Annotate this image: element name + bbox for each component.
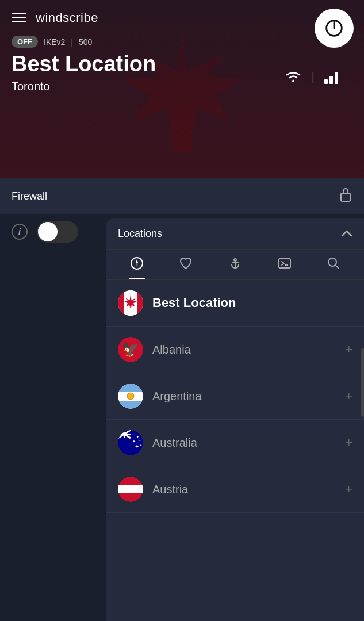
flag-australia: ✦ ✦ ✦ ✦ ✦ [118,430,143,455]
signal-bars-icon [324,70,341,84]
svg-point-4 [292,80,294,82]
firewall-label: Firewall [12,190,47,202]
signal-indicators: | [273,68,352,86]
tab-datacenter[interactable] [278,256,292,279]
terminal-icon [278,256,292,274]
toggle-knob [38,222,58,241]
svg-text:✦: ✦ [140,443,142,447]
location-australia-label: Australia [152,436,345,450]
list-item[interactable]: Argentina + [106,373,364,420]
location-argentina-label: Argentina [152,390,345,403]
top-bar: windscribe [0,0,364,31]
svg-text:✦: ✦ [136,435,139,439]
power-icon [323,17,345,39]
divider: | [71,37,73,47]
tab-favorites[interactable] [179,256,193,279]
location-tabs [106,250,364,280]
power-button[interactable] [315,9,354,48]
scrollbar-thumb[interactable] [361,348,364,417]
lock-icon [339,186,352,206]
data-allowance: 500 [79,37,92,47]
header-section: windscribe OFF IKEv2 | 500 Best Location… [0,0,364,178]
svg-rect-6 [329,76,333,84]
compass-icon [130,256,144,274]
locations-header: Locations [106,218,364,250]
svg-rect-42 [118,485,143,493]
location-austria-label: Austria [152,483,345,496]
anchor-icon [228,256,242,274]
expand-albania-button[interactable]: + [345,342,352,357]
location-albania-label: Albania [152,343,345,356]
info-icon[interactable]: i [12,224,28,240]
list-item[interactable]: Austria + [106,466,364,513]
tab-all[interactable] [130,256,144,279]
flag-austria [118,477,143,502]
svg-rect-22 [137,290,143,316]
expand-argentina-button[interactable]: + [345,389,352,404]
heart-icon [179,256,193,274]
svg-rect-27 [118,384,143,392]
list-item[interactable]: 🦅 Albania + [106,327,364,373]
svg-rect-5 [324,79,328,84]
hamburger-menu[interactable] [12,13,26,22]
flag-argentina [118,384,143,409]
svg-marker-12 [136,263,138,267]
search-icon [327,256,340,274]
location-list: Best Location 🦅 Albania + [106,280,364,619]
svg-point-29 [127,393,134,400]
flag-canada [118,290,143,316]
svg-point-13 [234,259,236,261]
svg-text:🦅: 🦅 [122,341,139,358]
svg-rect-28 [118,401,143,409]
svg-rect-20 [118,290,124,316]
svg-rect-7 [335,72,338,84]
expand-austria-button[interactable]: + [345,482,352,497]
svg-text:✦: ✦ [139,439,141,442]
tab-static[interactable] [228,256,242,279]
toggle-switch[interactable] [37,221,78,243]
svg-rect-9 [341,193,350,201]
collapse-locations-button[interactable] [341,228,352,240]
status-row: OFF IKEv2 | 500 [0,31,364,50]
flag-albania: 🦅 [118,337,143,362]
locations-panel: Locations [106,218,364,621]
svg-line-19 [335,265,339,269]
locations-panel-title: Locations [118,228,162,240]
connection-status-badge: OFF [12,36,38,48]
tab-search[interactable] [327,256,340,279]
firewall-bar[interactable]: Firewall [0,178,364,214]
expand-australia-button[interactable]: + [345,435,352,450]
protocol-label: IKEv2 [44,37,65,47]
svg-text:✦: ✦ [132,439,136,443]
list-item[interactable]: Best Location [106,280,364,327]
app-logo: windscribe [36,10,98,25]
wifi-icon [284,70,302,84]
list-item[interactable]: ✦ ✦ ✦ ✦ ✦ Australia + [106,420,364,466]
location-best-label: Best Location [152,296,352,310]
svg-text:✦: ✦ [135,443,139,450]
